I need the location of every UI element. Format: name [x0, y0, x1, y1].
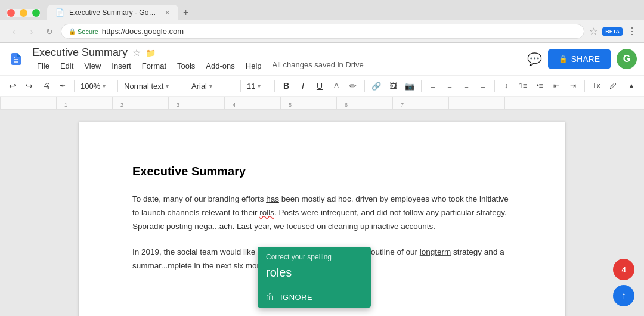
word-has: has: [266, 194, 279, 203]
highlight-button[interactable]: ✏: [345, 78, 361, 94]
share-lock-icon: 🔒: [559, 55, 568, 63]
line-spacing-button[interactable]: ↕: [499, 78, 514, 94]
toolbar-separator-5: [274, 80, 275, 92]
docs-logo: [7, 50, 25, 68]
document-page[interactable]: Executive Summary To date, many of our b…: [79, 122, 565, 316]
toolbar-separator-7: [421, 80, 422, 92]
document-title[interactable]: Executive Summary: [32, 47, 128, 59]
spelling-popup-header: Correct your spelling: [258, 247, 371, 264]
star-button[interactable]: ☆: [132, 47, 141, 58]
style-select[interactable]: Normal text ▾: [122, 80, 181, 92]
ignore-label: IGNORE: [280, 293, 312, 302]
menu-edit[interactable]: Edit: [55, 60, 78, 72]
align-center-button[interactable]: ≡: [442, 78, 457, 94]
redo-button[interactable]: ↪: [21, 78, 37, 94]
menu-addons[interactable]: Add-ons: [201, 60, 239, 72]
font-select[interactable]: Arial ▾: [189, 80, 237, 92]
toolbar-separator-4: [240, 80, 241, 92]
align-right-button[interactable]: ≡: [459, 78, 474, 94]
error-count-button[interactable]: 4: [613, 259, 634, 280]
menu-view[interactable]: View: [79, 60, 106, 72]
align-justify-button[interactable]: ≡: [475, 78, 491, 94]
url-text: https://docs.google.com: [102, 27, 184, 36]
docs-header: Executive Summary ☆ 📁 File Edit View Ins…: [0, 43, 644, 76]
zoom-select[interactable]: 100% ▾: [78, 80, 114, 92]
tab-title: Executive Summary - Google D...: [69, 8, 160, 17]
zoom-arrow-icon: ▾: [103, 83, 106, 89]
spelling-error-rolls: rolls: [259, 208, 274, 217]
word-longterm: longterm: [420, 247, 451, 256]
size-arrow-icon: ▾: [258, 83, 261, 89]
document-heading: Executive Summary: [132, 165, 512, 178]
new-tab-button[interactable]: +: [183, 7, 188, 18]
clear-format-button[interactable]: Tx: [589, 78, 604, 94]
refresh-button[interactable]: ↻: [43, 25, 56, 38]
document-area: Executive Summary To date, many of our b…: [0, 110, 644, 316]
style-arrow-icon: ▾: [166, 83, 169, 89]
menu-bar: File Edit View Insert Format Tools Add-o…: [32, 60, 520, 72]
spelling-suggestion[interactable]: roles: [258, 264, 371, 286]
bottom-right-actions: 4 ↑: [613, 259, 634, 306]
beta-badge: BETA: [602, 27, 623, 36]
menu-file[interactable]: File: [32, 60, 54, 72]
ruler-content: 1 2 3 4 5 6 7: [0, 97, 644, 109]
traffic-light-red[interactable]: [7, 9, 15, 17]
avatar[interactable]: G: [617, 49, 637, 69]
traffic-light-green[interactable]: [32, 9, 40, 17]
save-status: All changes saved in Drive: [273, 60, 364, 72]
lock-icon: 🔒: [69, 28, 76, 35]
menu-insert[interactable]: Insert: [107, 60, 136, 72]
spelling-ignore-button[interactable]: 🗑 IGNORE: [258, 286, 371, 308]
paint-format-button[interactable]: ✒: [55, 78, 70, 94]
insert-photo-button[interactable]: 📷: [402, 78, 417, 94]
toolbar-expand-button[interactable]: ▲: [624, 78, 639, 94]
toolbar-separator-9: [584, 80, 585, 92]
comments-button[interactable]: 💬: [527, 52, 542, 66]
decrease-indent-button[interactable]: ⇤: [549, 78, 564, 94]
header-actions: 💬 🔒 SHARE G: [527, 49, 637, 69]
doc-title-area: Executive Summary ☆ 📁 File Edit View Ins…: [32, 47, 520, 72]
link-button[interactable]: 🔗: [369, 78, 384, 94]
insert-image-button[interactable]: 🖼: [385, 78, 401, 94]
format-options-button[interactable]: 🖊: [605, 78, 621, 94]
scroll-to-top-button[interactable]: ↑: [613, 285, 634, 306]
menu-help[interactable]: Help: [241, 60, 267, 72]
address-bar[interactable]: 🔒 Secure https://docs.google.com: [61, 24, 584, 39]
ruler: 1 2 3 4 5 6 7: [0, 97, 644, 110]
folder-button[interactable]: 📁: [145, 48, 156, 58]
font-size-select[interactable]: 11 ▾: [244, 80, 271, 92]
toolbar-separator-8: [494, 80, 495, 92]
bookmark-button[interactable]: ☆: [589, 26, 597, 37]
toolbar-separator-6: [364, 80, 365, 92]
numbered-list-button[interactable]: 1≡: [515, 78, 531, 94]
text-color-button[interactable]: A: [329, 78, 344, 94]
underline-button[interactable]: U: [312, 78, 327, 94]
toolbar-separator-1: [74, 80, 75, 92]
trash-icon: 🗑: [266, 292, 274, 302]
font-arrow-icon: ▾: [209, 83, 212, 89]
paragraph-1: To date, many of our branding efforts ha…: [132, 193, 512, 234]
browser-tab[interactable]: 📄 Executive Summary - Google D... ✕: [47, 5, 178, 20]
spelling-popup: Correct your spelling roles 🗑 IGNORE: [258, 247, 371, 308]
browser-menu-button[interactable]: ⋮: [627, 26, 637, 37]
toolbar-separator-3: [185, 80, 185, 92]
toolbar: ↩ ↪ 🖨 ✒ 100% ▾ Normal text ▾ Arial ▾ 11 …: [0, 76, 644, 97]
share-button[interactable]: 🔒 SHARE: [548, 49, 611, 69]
secure-indicator: 🔒 Secure: [69, 28, 98, 35]
traffic-light-yellow[interactable]: [20, 9, 27, 17]
undo-button[interactable]: ↩: [5, 78, 20, 94]
italic-button[interactable]: I: [295, 78, 311, 94]
bulleted-list-button[interactable]: •≡: [532, 78, 547, 94]
print-button[interactable]: 🖨: [38, 78, 54, 94]
menu-format[interactable]: Format: [137, 60, 171, 72]
tab-favicon: 📄: [55, 8, 64, 17]
align-left-button[interactable]: ≡: [425, 78, 441, 94]
menu-tools[interactable]: Tools: [172, 60, 200, 72]
back-button[interactable]: ‹: [7, 25, 20, 38]
increase-indent-button[interactable]: ⇥: [565, 78, 581, 94]
forward-button[interactable]: ›: [25, 25, 38, 38]
toolbar-separator-2: [117, 80, 118, 92]
tab-close-button[interactable]: ✕: [165, 9, 170, 17]
bold-button[interactable]: B: [278, 78, 294, 94]
